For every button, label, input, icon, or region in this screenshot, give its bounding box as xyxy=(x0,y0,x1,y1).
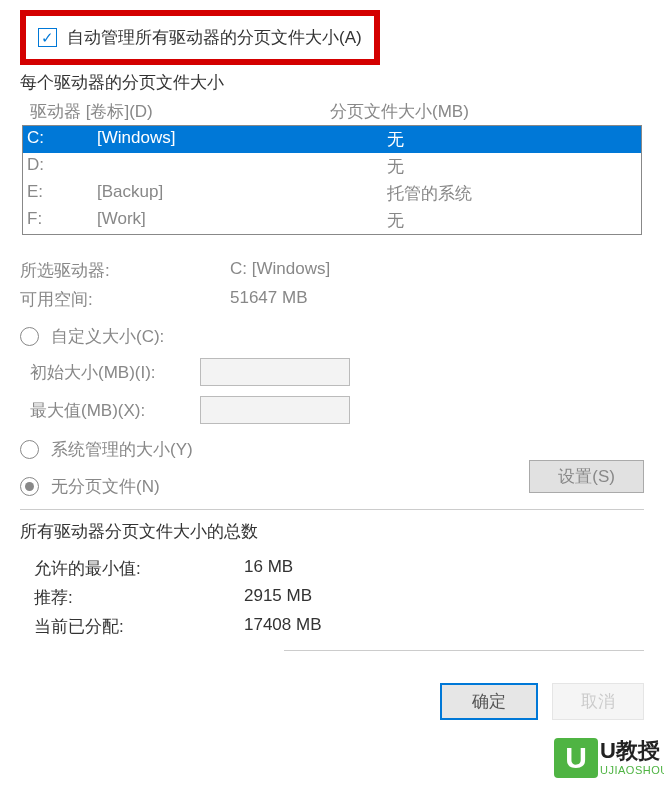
drive-pagefile-size: 无 xyxy=(387,128,637,151)
watermark-logo-icon: U xyxy=(554,738,598,778)
virtual-memory-dialog: ✓ 自动管理所有驱动器的分页文件大小(A) 每个驱动器的分页文件大小 驱动器 [… xyxy=(0,0,664,720)
system-managed-label: 系统管理的大小(Y) xyxy=(51,438,193,461)
auto-manage-label: 自动管理所有驱动器的分页文件大小(A) xyxy=(67,26,362,49)
cur-key: 当前已分配: xyxy=(34,615,244,638)
rec-key: 推荐: xyxy=(34,586,244,609)
drive-letter: D: xyxy=(27,155,97,178)
free-space-key: 可用空间: xyxy=(20,288,230,311)
separator xyxy=(284,650,644,651)
per-drive-group-label: 每个驱动器的分页文件大小 xyxy=(20,71,644,94)
selected-drive-value: C: [Windows] xyxy=(230,259,644,282)
drive-row[interactable]: E:[Backup]托管的系统 xyxy=(23,180,641,207)
no-paging-label: 无分页文件(N) xyxy=(51,475,160,498)
max-size-label: 最大值(MB)(X): xyxy=(20,399,200,422)
drive-pagefile-size: 无 xyxy=(387,209,637,232)
column-headers: 驱动器 [卷标](D) 分页文件大小(MB) xyxy=(30,100,644,123)
custom-size-radio[interactable]: 自定义大小(C): xyxy=(20,325,644,348)
cancel-button[interactable]: 取消 xyxy=(552,683,644,720)
drive-volume-label: [Work] xyxy=(97,209,387,232)
drive-volume-label: [Backup] xyxy=(97,182,387,205)
max-size-row: 最大值(MB)(X): xyxy=(20,396,644,424)
system-managed-radio[interactable]: 系统管理的大小(Y) xyxy=(20,438,644,461)
max-size-input[interactable] xyxy=(200,396,350,424)
drive-letter: F: xyxy=(27,209,97,232)
auto-manage-highlight: ✓ 自动管理所有驱动器的分页文件大小(A) xyxy=(20,10,380,65)
initial-size-input[interactable] xyxy=(200,358,350,386)
drive-row[interactable]: C:[Windows]无 xyxy=(23,126,641,153)
free-space-value: 51647 MB xyxy=(230,288,644,311)
size-header: 分页文件大小(MB) xyxy=(330,100,469,123)
custom-size-label: 自定义大小(C): xyxy=(51,325,164,348)
radio-icon xyxy=(20,327,39,346)
drive-list[interactable]: C:[Windows]无D:无E:[Backup]托管的系统F:[Work]无 xyxy=(22,125,642,235)
drive-row[interactable]: D:无 xyxy=(23,153,641,180)
drive-volume-label xyxy=(97,155,387,178)
ok-button[interactable]: 确定 xyxy=(440,683,538,720)
checkbox-icon: ✓ xyxy=(38,28,57,47)
drive-header: 驱动器 [卷标](D) xyxy=(30,100,330,123)
drive-volume-label: [Windows] xyxy=(97,128,387,151)
watermark-text: U教授 xyxy=(600,736,660,766)
drive-pagefile-size: 托管的系统 xyxy=(387,182,637,205)
drive-letter: C: xyxy=(27,128,97,151)
radio-icon xyxy=(20,477,39,496)
cur-row: 当前已分配: 17408 MB xyxy=(34,615,644,638)
min-key: 允许的最小值: xyxy=(34,557,244,580)
watermark: U U教授 UJIAOSHOU.COM xyxy=(554,736,664,796)
initial-size-label: 初始大小(MB)(I): xyxy=(20,361,200,384)
cur-value: 17408 MB xyxy=(244,615,322,638)
min-value: 16 MB xyxy=(244,557,293,580)
dialog-buttons: 确定 取消 xyxy=(20,683,644,720)
initial-size-row: 初始大小(MB)(I): xyxy=(20,358,644,386)
drive-pagefile-size: 无 xyxy=(387,155,637,178)
rec-row: 推荐: 2915 MB xyxy=(34,586,644,609)
drive-row[interactable]: F:[Work]无 xyxy=(23,207,641,234)
min-row: 允许的最小值: 16 MB xyxy=(34,557,644,580)
auto-manage-checkbox-row[interactable]: ✓ 自动管理所有驱动器的分页文件大小(A) xyxy=(38,26,362,49)
rec-value: 2915 MB xyxy=(244,586,312,609)
drive-letter: E: xyxy=(27,182,97,205)
selected-drive-key: 所选驱动器: xyxy=(20,259,230,282)
selected-drive-details: 所选驱动器: C: [Windows] 可用空间: 51647 MB xyxy=(20,259,644,311)
totals-group-label: 所有驱动器分页文件大小的总数 xyxy=(20,520,644,543)
watermark-url: UJIAOSHOU.COM xyxy=(600,764,664,776)
set-button[interactable]: 设置(S) xyxy=(529,460,644,493)
separator xyxy=(20,509,644,510)
radio-icon xyxy=(20,440,39,459)
